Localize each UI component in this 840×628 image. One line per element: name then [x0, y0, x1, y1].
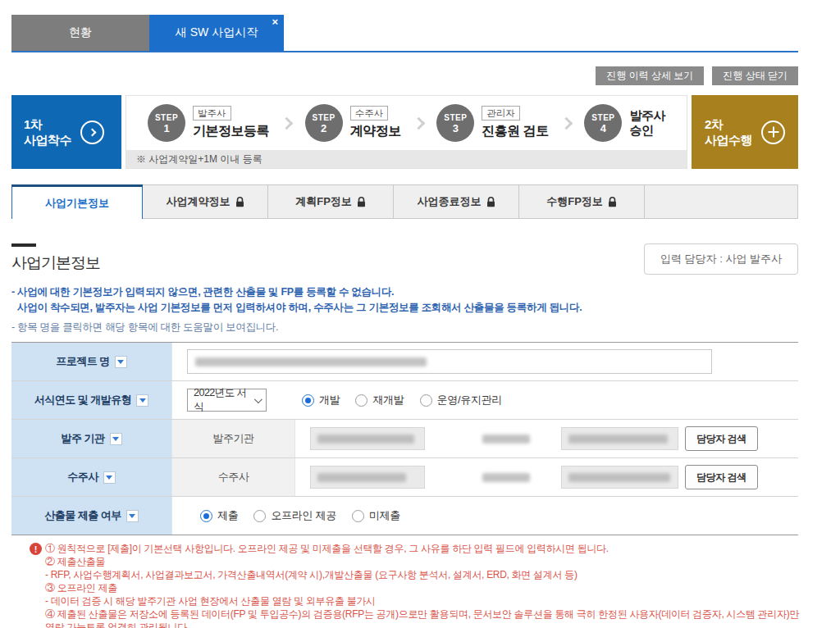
chevron-right-icon: [281, 116, 294, 130]
tab-contract-info-label: 사업계약정보: [167, 194, 231, 209]
radio-icon[interactable]: [352, 510, 364, 522]
section-dash: [11, 243, 36, 247]
project-name-input[interactable]: [187, 349, 712, 374]
step-3-circle-icon: STEP 3: [436, 104, 474, 142]
window-tab-new-sw-project[interactable]: 새 SW 사업시작 ×: [149, 15, 284, 51]
contractor-manager-input[interactable]: [561, 466, 678, 489]
redacted-text: [482, 435, 530, 444]
step-3-title: 진흥원 검토: [482, 123, 548, 140]
tab-plan-fp-info[interactable]: 계획FP정보: [268, 184, 394, 219]
deliverable-submission-label[interactable]: 산출물 제출 여부: [11, 497, 172, 535]
page: 현황 새 SW 사업시작 × 진행 이력 상세 보기 진행 상태 닫기 1차 사…: [0, 0, 840, 628]
form-row-format-devtype: 서식연도 및 개발유형 2022년도 서식 개발: [11, 381, 798, 420]
redacted-text: [568, 473, 670, 482]
radio-devtype-redevelop[interactable]: 재개발: [355, 393, 404, 407]
step-2-role-badge: 수주사: [350, 106, 389, 121]
project-name-label[interactable]: 프로젝트 명: [11, 343, 172, 380]
radio-icon[interactable]: [253, 510, 266, 522]
progress-close-button[interactable]: 진행 상태 닫기: [712, 66, 798, 85]
tab-contract-info[interactable]: 사업계약정보: [143, 184, 268, 219]
warning-line: ④ 제출된 산출물은 저장소에 등록된 데이터(FP 및 투입공수)의 검증용(…: [45, 608, 809, 628]
redacted-text: [317, 435, 414, 444]
help-dropdown-icon[interactable]: [126, 510, 139, 522]
window-tab-status-label: 현황: [69, 25, 92, 40]
close-icon[interactable]: ×: [272, 16, 278, 28]
radio-selected-icon[interactable]: [302, 394, 314, 407]
radio-submit[interactable]: 제출: [200, 508, 238, 523]
phase2-execution-block[interactable]: 2차 사업수행: [692, 95, 798, 169]
devtype-radio-group: 개발 재개발 운영/유지관리: [302, 393, 502, 407]
phase2-title: 2차 사업수행: [705, 116, 752, 148]
note-line-2: 사업이 착수되면, 발주자는 사업 기본정보를 먼저 입력하셔야 하며, 수주사…: [11, 300, 798, 316]
step-2-title: 계약정보: [350, 123, 401, 140]
note-line-3: - 항목 명을 클릭하면 해당 항목에 대한 도움말이 보여집니다.: [11, 320, 798, 335]
tab-closing-info[interactable]: 사업종료정보: [394, 184, 519, 219]
radio-selected-icon[interactable]: [200, 510, 212, 522]
tab-exec-fp-info[interactable]: 수행FP정보: [519, 184, 645, 219]
contractor-manager-search-button[interactable]: 담당자 검색: [685, 465, 758, 489]
guidance-notes: - 사업에 대한 기본정보가 입력되지 않으면, 관련한 산출물 및 FP를 등…: [11, 284, 798, 335]
radio-no-submit[interactable]: 미제출: [352, 508, 400, 523]
ordering-org-manager-search-button[interactable]: 담당자 검색: [685, 426, 758, 451]
lock-icon: [357, 197, 366, 207]
format-year-value: 2022년도 서식: [194, 386, 254, 414]
radio-devtype-develop[interactable]: 개발: [302, 393, 340, 407]
contractor-subheader: 수주사: [172, 458, 295, 496]
step-2: STEP 2 수주사 계약정보: [305, 104, 401, 142]
step-1-role-badge: 발주사: [193, 106, 231, 121]
ordering-org-label[interactable]: 발주 기관: [11, 420, 172, 457]
tab-closing-info-label: 사업종료정보: [418, 194, 482, 209]
ordering-org-manager-input[interactable]: [561, 427, 678, 450]
radio-devtype-maintenance[interactable]: 운영/유지관리: [420, 393, 503, 407]
step-4-title-line1: 발주사: [629, 108, 665, 123]
progress-history-button[interactable]: 진행 이력 상세 보기: [596, 66, 704, 85]
help-dropdown-icon[interactable]: [103, 471, 116, 484]
form-row-contractor: 수주사 수주사 담당자 검색: [11, 458, 798, 497]
process-bar: 1차 사업착수 STEP 1 발주사 기본정보등록: [11, 95, 798, 169]
phase1-launch-block[interactable]: 1차 사업착수: [11, 95, 121, 169]
info-tab-bar: 사업기본정보 사업계약정보 계획FP정보 사업종료정보 수행FP정보: [11, 184, 798, 219]
step-1-title: 기본정보등록: [193, 123, 269, 140]
radio-offline-provide[interactable]: 오프라인 제공: [253, 508, 336, 523]
arrow-right-circle-icon: [80, 121, 104, 144]
redacted-text: [317, 473, 406, 482]
format-devtype-label[interactable]: 서식연도 및 개발유형: [11, 381, 172, 419]
redacted-text: [482, 473, 530, 482]
input-manager-badge: 입력 담당자 : 사업 발주사: [644, 243, 798, 275]
note-line-1: - 사업에 대한 기본정보가 입력되지 않으면, 관련한 산출물 및 FP를 등…: [11, 284, 798, 300]
step-3: STEP 3 관리자 진흥원 검토: [436, 104, 548, 142]
ordering-org-name-input[interactable]: [310, 427, 425, 450]
contractor-name-input[interactable]: [310, 466, 425, 489]
basic-info-form: 프로젝트 명 서식연도 및 개발유형 2022년도 서식: [11, 342, 798, 535]
step-deadline-note: ※ 사업계약일+1M 이내 등록: [126, 150, 687, 168]
redacted-text: [195, 357, 427, 366]
warning-line: - RFP, 사업수행계획서, 사업결과보고서, 가격산출내역서(계약 시),개…: [45, 568, 809, 581]
step-3-role-badge: 관리자: [482, 106, 520, 121]
format-year-select[interactable]: 2022년도 서식: [187, 389, 267, 412]
tab-basic-info-label: 사업기본정보: [45, 196, 109, 211]
radio-icon[interactable]: [355, 394, 368, 407]
window-tab-status[interactable]: 현황: [11, 15, 149, 51]
ordering-org-subheader: 발주기관: [172, 420, 295, 457]
warning-line: ② 제출산출물: [45, 555, 809, 568]
contractor-label[interactable]: 수주사: [11, 458, 172, 496]
step-4-circle-icon: STEP 4: [584, 104, 622, 142]
submission-radio-group: 제출 오프라인 제공 미제출: [200, 508, 400, 523]
help-dropdown-icon[interactable]: [110, 433, 122, 445]
tab-bar-filler: [645, 184, 798, 219]
window-tab-new-sw-project-label: 새 SW 사업시작: [176, 25, 258, 40]
step-4-title-line2: 승인: [629, 123, 665, 138]
process-steps-panel: STEP 1 발주사 기본정보등록 STEP 2: [126, 95, 687, 169]
plus-circle-icon: [761, 121, 785, 144]
form-row-deliverable-submission: 산출물 제출 여부 제출 오프라인 제공: [11, 497, 798, 535]
radio-icon[interactable]: [420, 394, 432, 407]
form-row-ordering-org: 발주 기관 발주기관 담당자 검색: [11, 420, 798, 458]
warning-line: - 데이터 검증 시 해당 발주기관 사업 현장에서 산출물 열람 및 외부유출…: [45, 594, 809, 608]
alert-icon: !: [30, 543, 42, 555]
chevron-right-icon: [413, 116, 426, 130]
help-dropdown-icon[interactable]: [136, 394, 148, 407]
help-dropdown-icon[interactable]: [115, 356, 127, 368]
chevron-down-icon: [254, 395, 262, 403]
chevron-right-icon: [560, 116, 573, 130]
tab-basic-info[interactable]: 사업기본정보: [11, 184, 143, 219]
